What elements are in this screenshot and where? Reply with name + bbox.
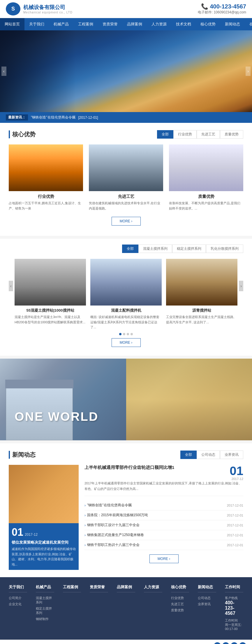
product-2-title: 混凝土配料搅拌机 [90,308,162,313]
footer-col-hr: 人力资源 [144,584,162,632]
nav-docs[interactable]: 技术文档 [171,18,196,30]
products-tab-stable[interactable]: 稳定土搅拌系列 [172,245,206,253]
footer-products-item-1[interactable]: 混凝土搅拌系列 [36,596,54,605]
news-more-button[interactable]: MORE › [149,554,179,563]
news-section: 新闻动态 全部 公司动态 业界资讯 01 2017-12 锁位发展策略决定减速机… [0,443,252,577]
weibo-icon[interactable]: 微 [214,642,221,644]
products-more-button[interactable]: MORE › [112,338,141,347]
footer-col-about-title: 关于我们 [9,584,27,592]
news-list-item-5[interactable]: › 钢铁干部职工热识十八届三中全会 2017-12-01 [84,540,243,550]
nav-news[interactable]: 新闻动态 [220,18,245,30]
news-list-container: 01 2017-12 上半年机械通用零部件行业齿轮进口额同比增1 2017年上半… [84,465,243,570]
footer-col-honor-title: 资质荣誉 [90,584,108,592]
qq-icon[interactable]: Q [231,642,238,644]
ticker-text: "钢铁创造"在纽伦堡商会令嘱 [31,115,75,120]
news-item-title-5: 钢铁干部职工热识十八届三中全会 [87,542,224,547]
product-2: 混凝土配料搅拌机 概括: 设好减速机和减速电机实现稳定设备的整套运输/混凝土系列… [90,259,162,330]
tab-process[interactable]: 先进工艺 [197,130,220,139]
footer-col-news: 新闻动态 公司动态 业界资讯 [198,584,216,632]
wechat-icon[interactable]: 信 [222,642,229,644]
footer-core-item-1[interactable]: 行业优势 [171,596,189,600]
dot-4[interactable] [131,333,133,335]
news-tab-industry[interactable]: 业界资讯 [220,451,243,459]
world-banner-main-text: ONE WORLD [15,411,98,423]
advantages-more-button[interactable]: MORE › [112,217,141,226]
main-article-date-block: 01 2017-12 [230,465,243,481]
email: 电子邮件: 106090234@qq.com [198,10,246,15]
header-contact: 📞 400-123-4567 电子邮件: 106090234@qq.com [198,3,246,15]
carousel-next-button[interactable]: › [239,281,243,291]
advantages-header: 核心优势 全部 行业优势 先进工艺 质量优势 [9,130,243,139]
news-tab-company[interactable]: 公司动态 [197,451,220,459]
nav-core[interactable]: 核心优势 [196,18,220,30]
tab-quality[interactable]: 质量优势 [220,130,243,139]
nav-about[interactable]: 关于我们 [24,18,49,30]
logo-icon: S [6,2,20,15]
nav-brand[interactable]: 品牌案例 [122,18,147,30]
footer-core-item-3[interactable]: 质量优势 [171,608,189,612]
core-advantages-section: 核心优势 全部 行业优势 先进工艺 质量优势 行业优势 占地面积一万五千平米,拥… [0,123,252,236]
footer-col-cases: 工程案例 [63,584,81,632]
featured-day: 01 [12,526,23,538]
news-list-item-1[interactable]: › "钢铁创造"在纽伦堡商会令嘱 2017-12-01 [84,500,243,510]
product-1-img [15,259,86,306]
news-layout: 01 2017-12 锁位发展策略决定减速机发展空间 减速机作为我国国民经济诸多… [9,465,243,570]
dot-3[interactable] [127,333,129,335]
phone-number: 📞 400-123-4567 [198,3,246,10]
email-icon[interactable]: ✉ [239,642,246,644]
news-list-item-2[interactable]: › 国务院：2015年前两海沈炼钢1500万吨 2017-12-01 [84,510,243,520]
nav-honor[interactable]: 资质荣誉 [98,18,122,30]
footer-col-about: 关于我们 公司简介 企业文化 [9,584,27,632]
products-grid: 55混凝土搅拌站|1000搅拌站 混凝土搅拌站是生产混凝土3m³/h、混凝土以及… [15,259,237,330]
nav-cases[interactable]: 工程案例 [73,18,98,30]
news-list-item-3[interactable]: › 钢铁干部职工设计十九届三中全会 2017-12-01 [84,520,243,530]
footer-col-core-title: 核心优势 [171,584,189,592]
footer-col-core: 核心优势 行业优势 先进工艺 质量优势 [171,584,189,632]
product-2-img [90,259,162,306]
advantage-quality-img [169,144,243,191]
news-featured-image-block: 01 2017-12 锁位发展策略决定减速机发展空间 减速机作为我国国民经济诸多… [9,465,79,570]
banner-prev-button[interactable]: ‹ [1,67,6,76]
advantage-quality: 质量优势 依靠科技发展、不断为用户提供高质量产品,是我们始终不变的追求。... [169,144,243,211]
world-banner-right [126,359,252,440]
footer-phone-label: 客户热线 [225,596,243,600]
news-item-icon-3: › [84,523,86,527]
advantage-industry-img [9,144,83,191]
footer-about-item-2[interactable]: 企业文化 [9,602,27,606]
footer-bottom: 友情链接： dede模板 网站模板 织梦模板 模板下载 网站源码 鹊笔源码 | … [0,640,252,644]
news-item-title-4: 钢铁集团正式批量生产1250毫米钢卷 [87,533,224,537]
news-item-title-3: 钢铁干部职工设计十九届三中全会 [87,523,224,528]
news-item-icon-1: › [84,503,86,507]
products-tab-all[interactable]: 全部 [122,245,138,253]
news-item-date-4: 2017-12-01 [227,533,243,537]
footer-col-honor: 资质荣誉 [90,584,108,632]
products-carousel: ‹ 55混凝土搅拌站|1000搅拌站 混凝土搅拌站是生产混凝土3m³/h、混凝土… [9,259,243,330]
tab-industry[interactable]: 行业优势 [173,130,197,139]
products-tab-concrete[interactable]: 混凝土搅拌系列 [138,245,172,253]
products-tab-emulsion[interactable]: 乳化分散搅拌系列 [206,245,243,253]
footer-phone-val: 400-123-4567 [225,600,243,616]
footer-news-item-1[interactable]: 公司动态 [198,596,216,600]
main-article-day: 01 [230,465,243,477]
footer-news-item-2[interactable]: 业界资讯 [198,602,216,606]
footer-col-worktime: 工作时间 客户热线 400-123-4567 工作时间 周一至周五: 00:17… [225,584,243,632]
footer-about-item-1[interactable]: 公司简介 [9,596,27,600]
building-roof [5,380,73,388]
company-name: 机械设备有限公司 [23,4,73,11]
footer-products-item-3[interactable]: 钢材制作 [36,617,54,621]
carousel-prev-button[interactable]: ‹ [9,281,13,291]
nav-home[interactable]: 网站首页 [0,18,24,30]
footer-products-item-2[interactable]: 稳定土搅拌系列 [36,606,54,615]
dot-2[interactable] [123,333,125,335]
nav-message[interactable]: 在线留言 [245,18,252,30]
footer-core-item-2[interactable]: 先进工艺 [171,602,189,606]
news-list-item-4[interactable]: › 钢铁集团正式批量生产1250毫米钢卷 2017-12-01 [84,530,243,540]
ticker-label: 最新资讯： [6,114,28,121]
banner-next-button[interactable]: › [246,67,251,76]
nav-hr[interactable]: 人力资源 [147,18,171,30]
tab-all[interactable]: 全部 [157,130,173,139]
nav-products[interactable]: 机械产品 [49,18,73,30]
dot-1[interactable] [119,333,121,335]
news-tab-all[interactable]: 全部 [180,451,197,459]
news-item-date-3: 2017-12-01 [227,523,243,527]
